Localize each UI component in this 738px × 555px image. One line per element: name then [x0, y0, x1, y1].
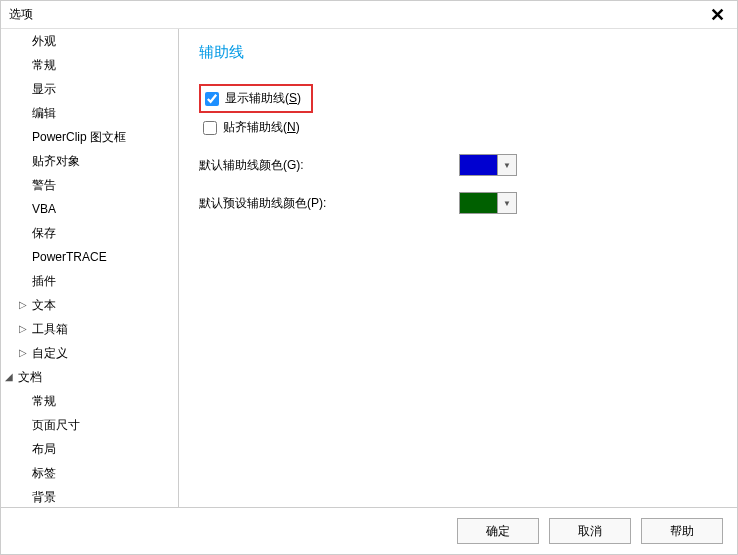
sidebar-item-label: PowerTRACE: [29, 247, 110, 267]
tree-toggle-icon[interactable]: ▷: [17, 320, 29, 338]
sidebar-item[interactable]: 页面尺寸: [1, 413, 178, 437]
sidebar-item[interactable]: ▷自定义: [1, 341, 178, 365]
preset-color-label: 默认预设辅助线颜色(P):: [199, 195, 459, 212]
sidebar-item[interactable]: 背景: [1, 485, 178, 507]
preset-color-row: 默认预设辅助线颜色(P): ▼: [199, 192, 717, 214]
sidebar-item-label: 常规: [29, 391, 59, 411]
sidebar-item[interactable]: ◢文档: [1, 365, 178, 389]
sidebar-item[interactable]: ▷文本: [1, 293, 178, 317]
sidebar-item[interactable]: 常规: [1, 389, 178, 413]
sidebar-item[interactable]: 布局: [1, 437, 178, 461]
sidebar-item-label: 页面尺寸: [29, 415, 83, 435]
sidebar-item[interactable]: 警告: [1, 173, 178, 197]
content-panel: 辅助线 显示辅助线(S) 贴齐辅助线(N) 默认辅助线颜色(G): ▼: [179, 29, 737, 507]
sidebar-item[interactable]: 显示: [1, 77, 178, 101]
sidebar-item[interactable]: 贴齐对象: [1, 149, 178, 173]
preset-color-picker[interactable]: ▼: [459, 192, 517, 214]
sidebar-item-label: 布局: [29, 439, 59, 459]
default-color-swatch: [460, 155, 498, 175]
sidebar-item[interactable]: PowerTRACE: [1, 245, 178, 269]
sidebar-item-label: 文本: [29, 295, 59, 315]
help-button[interactable]: 帮助: [641, 518, 723, 544]
snap-guides-label: 贴齐辅助线(N): [223, 119, 300, 136]
sidebar-item-label: 编辑: [29, 103, 59, 123]
tree-toggle-icon[interactable]: ▷: [17, 296, 29, 314]
sidebar[interactable]: 外观常规显示编辑PowerClip 图文框贴齐对象警告VBA保存PowerTRA…: [1, 29, 179, 507]
default-color-row: 默认辅助线颜色(G): ▼: [199, 154, 717, 176]
sidebar-item-label: 贴齐对象: [29, 151, 83, 171]
tree-toggle-icon[interactable]: ◢: [3, 368, 15, 386]
chevron-down-icon[interactable]: ▼: [498, 193, 516, 213]
close-icon[interactable]: ✕: [706, 6, 729, 24]
sidebar-item-label: 文档: [15, 367, 45, 387]
sidebar-item[interactable]: ▷工具箱: [1, 317, 178, 341]
sidebar-item[interactable]: 标签: [1, 461, 178, 485]
chevron-down-icon[interactable]: ▼: [498, 155, 516, 175]
sidebar-item-label: VBA: [29, 199, 59, 219]
dialog-title: 选项: [9, 6, 33, 23]
show-guides-checkbox[interactable]: [205, 92, 219, 106]
sidebar-item[interactable]: VBA: [1, 197, 178, 221]
cancel-button[interactable]: 取消: [549, 518, 631, 544]
sidebar-item[interactable]: 插件: [1, 269, 178, 293]
show-guides-row[interactable]: 显示辅助线(S): [199, 84, 313, 113]
sidebar-item[interactable]: PowerClip 图文框: [1, 125, 178, 149]
sidebar-item-label: 背景: [29, 487, 59, 507]
titlebar: 选项 ✕: [1, 1, 737, 29]
snap-guides-row[interactable]: 贴齐辅助线(N): [199, 117, 717, 138]
sidebar-item-label: 保存: [29, 223, 59, 243]
sidebar-item[interactable]: 保存: [1, 221, 178, 245]
sidebar-item-label: 工具箱: [29, 319, 71, 339]
dialog-body: 外观常规显示编辑PowerClip 图文框贴齐对象警告VBA保存PowerTRA…: [1, 29, 737, 507]
preset-color-swatch: [460, 193, 498, 213]
footer: 确定 取消 帮助: [1, 507, 737, 554]
sidebar-item-label: 警告: [29, 175, 59, 195]
show-guides-label: 显示辅助线(S): [225, 90, 301, 107]
ok-button[interactable]: 确定: [457, 518, 539, 544]
sidebar-item-label: 常规: [29, 55, 59, 75]
sidebar-item[interactable]: 常规: [1, 53, 178, 77]
sidebar-item-label: 自定义: [29, 343, 71, 363]
sidebar-item-label: PowerClip 图文框: [29, 127, 129, 147]
sidebar-item[interactable]: 外观: [1, 29, 178, 53]
default-color-picker[interactable]: ▼: [459, 154, 517, 176]
sidebar-item-label: 显示: [29, 79, 59, 99]
snap-guides-checkbox[interactable]: [203, 121, 217, 135]
sidebar-item-label: 外观: [29, 31, 59, 51]
page-title: 辅助线: [199, 43, 717, 62]
default-color-label: 默认辅助线颜色(G):: [199, 157, 459, 174]
sidebar-item-label: 插件: [29, 271, 59, 291]
sidebar-item-label: 标签: [29, 463, 59, 483]
tree-toggle-icon[interactable]: ▷: [17, 344, 29, 362]
sidebar-item[interactable]: 编辑: [1, 101, 178, 125]
options-dialog: 选项 ✕ 外观常规显示编辑PowerClip 图文框贴齐对象警告VBA保存Pow…: [0, 0, 738, 555]
